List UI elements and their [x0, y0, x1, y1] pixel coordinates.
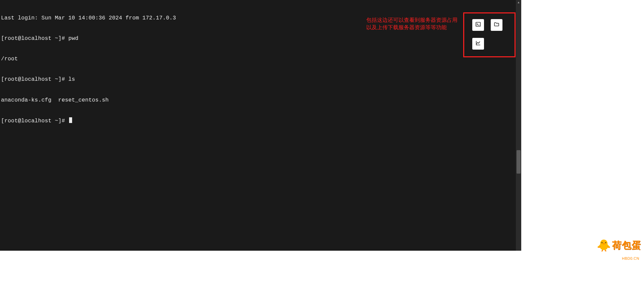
file-manager-button[interactable]	[491, 19, 502, 31]
scrollbar-thumb[interactable]	[517, 150, 521, 174]
chart-icon	[475, 40, 481, 48]
metrics-button[interactable]	[472, 38, 484, 50]
terminal-icon	[475, 21, 481, 29]
watermark-url: HBD0.CN	[622, 256, 639, 260]
terminal-prompt-line: [root@localhost ~]#	[1, 117, 521, 124]
annotation-line-1: 包括这边还可以查看到服务器资源占用	[366, 16, 458, 24]
terminal-button[interactable]	[472, 19, 484, 31]
terminal-line: anaconda-ks.cfg reset_centos.sh	[1, 97, 521, 104]
folder-icon	[494, 21, 499, 29]
annotation-callout: 包括这边还可以查看到服务器资源占用 以及上传下载服务器资源等等功能	[366, 16, 458, 31]
terminal-viewport: Last login: Sun Mar 10 14:00:36 2024 fro…	[0, 0, 521, 251]
terminal-prompt-text: [root@localhost ~]#	[1, 118, 68, 124]
annotation-line-2: 以及上传下载服务器资源等等功能	[366, 24, 458, 31]
terminal-line: [root@localhost ~]# pwd	[1, 35, 521, 42]
duck-icon: 🐥	[597, 240, 611, 251]
terminal-line: /root	[1, 56, 521, 62]
vertical-scrollbar[interactable]: ▲	[516, 0, 521, 251]
scroll-up-arrow-icon[interactable]: ▲	[516, 0, 521, 5]
site-watermark: 🐥 荷包蛋	[597, 239, 641, 252]
terminal-cursor	[69, 117, 72, 123]
svg-rect-0	[476, 22, 480, 26]
watermark-text: 荷包蛋	[612, 239, 641, 252]
terminal-line: [root@localhost ~]# ls	[1, 76, 521, 83]
